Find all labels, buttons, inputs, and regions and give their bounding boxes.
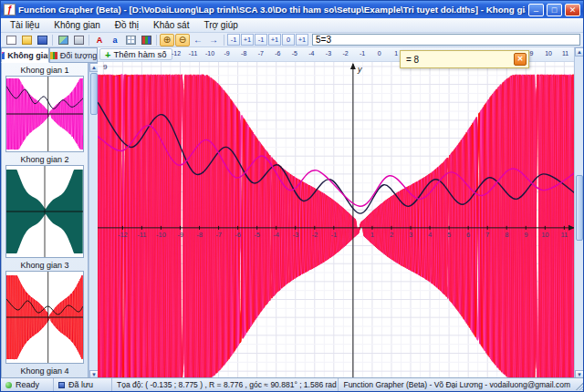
open-button[interactable] (19, 34, 34, 46)
ruler-mark: 9 (530, 50, 534, 57)
menu-item-2[interactable]: Đồ thị (108, 19, 146, 31)
scroll-thumb[interactable] (90, 73, 98, 115)
sidebar-scrollbar[interactable]: ▲ ▼ (89, 63, 98, 379)
svg-text:3: 3 (409, 231, 412, 239)
grid-toggle-button[interactable] (123, 34, 138, 46)
space-list: Khong gian 1Khong gian 2Khong gian 3Khon… (1, 63, 89, 379)
menu-item-3[interactable]: Khảo sát (146, 19, 196, 31)
space-tab-icon (1, 52, 5, 59)
function-plot: -8-7-6-5-4-3-2-10123456789y-12-11-10-9-8… (98, 62, 574, 379)
object-tab-icon (50, 52, 57, 59)
plus-icon: + (105, 50, 110, 59)
toolbar-separator (156, 35, 157, 46)
ruler-mark: -5 (292, 50, 297, 57)
resize-grip[interactable] (574, 380, 584, 390)
formula-tooltip: = 8 ✕ (400, 50, 529, 68)
toolbar-separator (52, 35, 53, 46)
save-button[interactable] (35, 34, 49, 46)
scroll-up-button[interactable]: ▲ (575, 47, 584, 57)
ruler-mark: 11 (562, 50, 568, 57)
svg-text:-12: -12 (118, 231, 128, 239)
ruler-mark: -3 (326, 50, 331, 57)
svg-text:9: 9 (524, 231, 527, 239)
maximize-button[interactable]: □ (547, 4, 562, 16)
grid-toggle-icon (126, 36, 136, 45)
scroll-thumb[interactable] (576, 175, 583, 241)
app-window: ƒ Function Grapher (Beta) - [D:\VoDaiLuo… (0, 0, 584, 392)
svg-text:-7: -7 (215, 231, 222, 239)
font-increase-button[interactable]: A (92, 34, 107, 46)
sidebar-tabs: Không gian Đối tượng (1, 47, 98, 63)
status-bar: Ready Đã lưu Tọa độ: ( -0.135 ; 8.775 ) … (1, 377, 584, 391)
toolbar-separator (89, 35, 89, 46)
menu-item-4[interactable]: Trợ giúp (196, 19, 245, 31)
pan-right-button[interactable]: → (206, 34, 221, 46)
svg-text:10: 10 (541, 231, 548, 239)
saved-label: Đã lưu (68, 380, 93, 389)
ruler-mark: -9 (224, 50, 230, 57)
menu-item-0[interactable]: Tài liệu (3, 19, 47, 31)
zoom-in-button[interactable]: ⊕ (160, 34, 174, 46)
space-preview-3 (6, 272, 83, 363)
document-area: + Thêm hàm số -12-11-10-9-8-7-6-5-4-3-2-… (98, 47, 583, 379)
svg-text:7: 7 (485, 231, 489, 239)
nudge-button-0[interactable]: -1 (227, 34, 240, 46)
ruler-mark: 0 (378, 50, 381, 57)
close-button[interactable]: ✕ (565, 4, 580, 16)
save-icon (37, 36, 47, 45)
nudge-button-1[interactable]: +1 (241, 34, 254, 46)
tooltip-close-button[interactable]: ✕ (514, 53, 527, 66)
zoom-out-button[interactable]: ⊖ (175, 34, 190, 46)
add-function-button[interactable]: + Thêm hàm số (99, 48, 172, 60)
print-button[interactable] (71, 34, 86, 46)
svg-text:y: y (357, 65, 362, 74)
tab-khong-gian[interactable]: Không gian (1, 47, 49, 63)
tab-doi-tuong[interactable]: Đối tượng (49, 47, 98, 63)
nudge-button-5[interactable]: +1 (296, 34, 308, 46)
export-image-button[interactable] (56, 34, 70, 46)
space-caption-1: Khong gian 1 (2, 65, 88, 76)
menu-item-1[interactable]: Không gian (47, 19, 108, 31)
svg-text:6: 6 (466, 231, 470, 239)
formula-input[interactable] (312, 34, 580, 46)
color-palette-icon (141, 36, 151, 45)
space-thumbnail-3[interactable] (5, 271, 84, 364)
pan-left-button[interactable]: ← (191, 34, 205, 46)
app-icon: ƒ (4, 4, 16, 15)
svg-text:-3: -3 (292, 231, 298, 239)
svg-text:-5: -5 (254, 231, 260, 239)
svg-text:-10: -10 (156, 231, 166, 239)
ruler-mark: -2 (342, 50, 348, 57)
new-button[interactable] (4, 34, 18, 46)
font-decrease-button[interactable]: a (108, 34, 122, 46)
sidebar: Không gian Đối tượng Khong gian 1Khong g… (1, 47, 98, 379)
toolbar-separator (224, 35, 224, 46)
space-thumbnail-2[interactable] (5, 165, 84, 258)
toolbar-icons: Aa⊕⊖←→ (4, 34, 226, 46)
nudge-button-2[interactable]: -1 (255, 34, 267, 46)
nudge-button-3[interactable]: +1 (268, 34, 281, 46)
ruler-mark: -8 (241, 50, 246, 57)
coordinates-readout: Tọa độ: ( -0.135 ; 8.775 ) , R = 8.776 ,… (112, 378, 339, 391)
saved-icon (58, 382, 65, 388)
space-thumbnail-1[interactable] (5, 76, 84, 152)
add-function-label: Thêm hàm số (113, 49, 166, 59)
svg-text:-6: -6 (235, 231, 241, 239)
ruler-mark: -6 (275, 50, 280, 57)
open-icon (22, 36, 32, 45)
toolbar: Aa⊕⊖←→ -1+1-1+10+1 (1, 33, 583, 47)
color-palette-button[interactable] (139, 34, 153, 46)
plot-canvas[interactable]: -8-7-6-5-4-3-2-10123456789y-12-11-10-9-8… (98, 62, 574, 379)
tooltip-value: = 8 (401, 55, 514, 65)
export-image-icon (58, 36, 68, 45)
ruler-mark: 10 (545, 50, 552, 57)
svg-text:11: 11 (560, 231, 568, 239)
menu-bar: Tài liệuKhông gianĐồ thịKhảo sátTrợ giúp (1, 18, 583, 33)
minimize-button[interactable]: _ (528, 4, 544, 16)
svg-text:-8: -8 (196, 231, 203, 239)
svg-text:-9: -9 (177, 231, 183, 239)
plot-scrollbar[interactable]: ▲ ▼ (574, 47, 583, 379)
ruler-mark: -11 (189, 50, 198, 57)
svg-text:9: 9 (103, 63, 108, 71)
nudge-button-4[interactable]: 0 (282, 34, 295, 46)
